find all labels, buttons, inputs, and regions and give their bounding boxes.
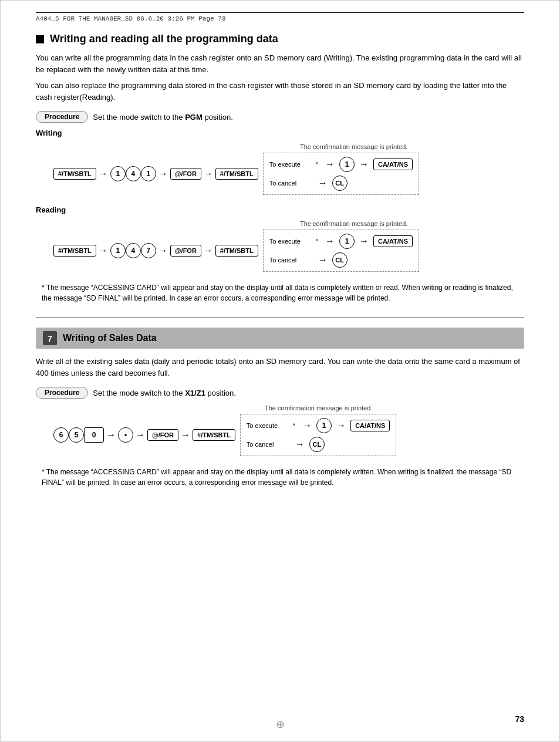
- reading-branch: To execute * → 1 → CA/AT/NS To cancel → …: [263, 230, 419, 272]
- section-7-number: 7: [43, 331, 57, 345]
- key-7-r1: 7: [141, 243, 156, 258]
- reading-diagram: The comfirmation message is printed. #/T…: [53, 220, 524, 272]
- key-for-r1: @/FOR: [170, 245, 201, 257]
- body-text-1: You can write all the programming data i…: [36, 52, 524, 75]
- writing-confirm-msg: The comfirmation message is printed.: [300, 143, 407, 150]
- key-cl-r: CL: [332, 252, 348, 268]
- procedure-line-1: Procedure Set the mode switch to the PGM…: [36, 111, 524, 123]
- key-tm-sbtl-s: #/TM/SBTL: [193, 429, 235, 441]
- writing-cancel-label: To cancel: [269, 180, 313, 187]
- key-cl-s: CL: [309, 437, 325, 452]
- key-6: 6: [53, 427, 69, 443]
- header-text: A404_5 FOR THE MANAGER_SD 06.6.20 3:26 P…: [36, 15, 225, 22]
- reading-flow: #/TM/SBTL → 1 4 7 → @/FOR → #/TM/SBTL: [53, 243, 258, 258]
- writing-execute-row: To execute * → 1 → CA/AT/NS: [269, 157, 413, 172]
- key-cl-w: CL: [332, 176, 348, 191]
- section-title: Writing and reading all the programming …: [36, 33, 524, 45]
- key-1-s-exec: 1: [316, 418, 332, 433]
- section-7: 7 Writing of Sales Data Write all of the…: [36, 328, 524, 488]
- writing-cancel-row: To cancel → CL: [269, 176, 413, 191]
- key-dot: •: [118, 427, 133, 443]
- key-0: 0: [84, 427, 104, 443]
- section7-body: Write all of the existing sales data (da…: [36, 356, 524, 379]
- key-ca-s: CA/AT/NS: [350, 420, 390, 431]
- sales-execute-label: To execute: [247, 422, 291, 429]
- sales-diagram: The comfirmation message is printed. 6 5…: [53, 404, 524, 456]
- divider: [36, 318, 524, 318]
- key-1-w1: 1: [110, 166, 126, 181]
- procedure-text-2: Set the mode switch to the X1/Z1 positio…: [93, 389, 236, 397]
- footnote-7: * The message “ACCESSING CARD” will appe…: [42, 467, 524, 488]
- procedure-line-2: Procedure Set the mode switch to the X1/…: [36, 387, 524, 399]
- writing-flow: #/TM/SBTL → 1 4 1 → @/FOR → #/TM/SBTL: [53, 166, 258, 181]
- key-1-r1: 1: [110, 243, 126, 258]
- reading-confirm-msg: The comfirmation message is printed.: [300, 220, 407, 227]
- key-4-r1: 4: [126, 243, 141, 258]
- page: A404_5 FOR THE MANAGER_SD 06.6.20 3:26 P…: [0, 0, 560, 742]
- key-ca-w: CA/AT/NS: [373, 158, 413, 170]
- key-tm-sbtl-w1: #/TM/SBTL: [53, 168, 96, 180]
- body-text-2: You can also replace the programming dat…: [36, 80, 524, 103]
- procedure-badge-2: Procedure: [36, 387, 88, 399]
- key-tm-sbtl-r1: #/TM/SBTL: [53, 245, 96, 257]
- sales-flow: 6 5 0 → • → @/FOR → #/TM/SBTL: [53, 427, 235, 443]
- sales-cancel-row: To cancel → CL: [247, 437, 390, 452]
- page-number: 73: [515, 714, 524, 724]
- reading-cancel-label: To cancel: [269, 257, 313, 264]
- procedure-text-1: Set the mode switch to the PGM position.: [93, 113, 232, 122]
- key-1-w-exec: 1: [339, 157, 355, 172]
- key-ca-r: CA/AT/NS: [373, 235, 413, 247]
- key-1-w2: 1: [141, 166, 156, 181]
- writing-label: Writing: [36, 129, 524, 137]
- key-5: 5: [69, 427, 84, 443]
- writing-execute-label: To execute: [269, 161, 313, 168]
- key-for-s: @/FOR: [147, 429, 178, 441]
- key-for-w1: @/FOR: [170, 168, 201, 180]
- key-tm-sbtl-r2: #/TM/SBTL: [215, 245, 258, 257]
- reading-label: Reading: [36, 205, 524, 214]
- key-tm-sbtl-w2: #/TM/SBTL: [215, 168, 258, 180]
- sales-cancel-label: To cancel: [247, 441, 291, 448]
- black-square-icon: [36, 35, 44, 43]
- procedure-badge-1: Procedure: [36, 111, 88, 123]
- section-writing-reading: Writing and reading all the programming …: [36, 33, 524, 303]
- sales-confirm-msg: The comfirmation message is printed.: [265, 404, 372, 412]
- sales-execute-row: To execute * → 1 → CA/AT/NS: [247, 418, 390, 433]
- reading-execute-label: To execute: [269, 238, 313, 245]
- key-4-w1: 4: [126, 166, 141, 181]
- page-header: A404_5 FOR THE MANAGER_SD 06.6.20 3:26 P…: [36, 12, 524, 27]
- key-1-r-exec: 1: [339, 234, 355, 249]
- section-heading: Writing and reading all the programming …: [50, 33, 278, 45]
- writing-diagram: The comfirmation message is printed. #/T…: [53, 143, 524, 195]
- writing-branch: To execute * → 1 → CA/AT/NS To cancel → …: [263, 153, 419, 195]
- section-7-header: 7 Writing of Sales Data: [36, 328, 524, 349]
- bottom-crosshair: ⊕: [276, 718, 285, 731]
- section-7-title: Writing of Sales Data: [63, 333, 157, 343]
- reading-execute-row: To execute * → 1 → CA/AT/NS: [269, 234, 413, 249]
- reading-cancel-row: To cancel → CL: [269, 252, 413, 268]
- sales-branch: To execute * → 1 → CA/AT/NS To cancel → …: [240, 414, 396, 456]
- footnote-1: * The message “ACCESSING CARD” will appe…: [42, 282, 524, 303]
